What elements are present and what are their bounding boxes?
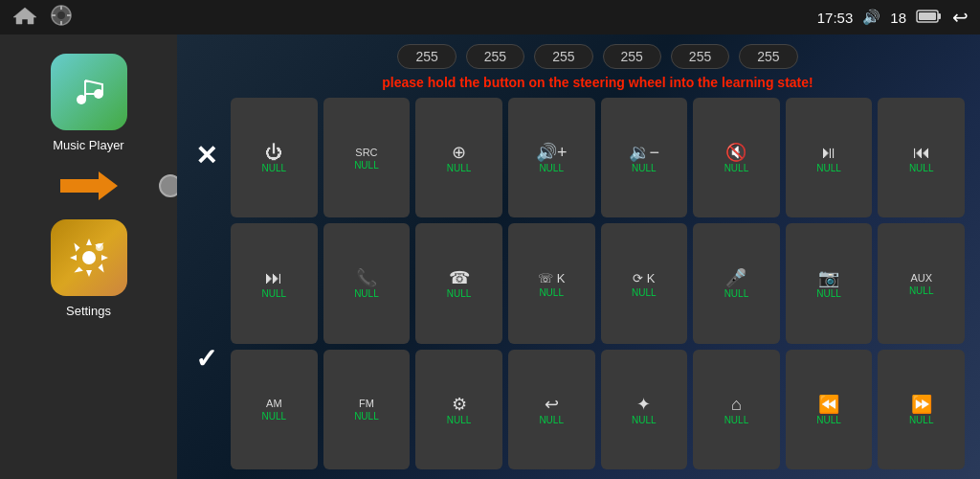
panel-area: ✕ ✓ 255 255 255 255 255 255 please hold … <box>177 34 980 479</box>
btn-src[interactable]: SRC NULL <box>323 98 411 217</box>
music-player-label: Music Player <box>53 138 123 152</box>
btn-back-arrow[interactable]: ↩ NULL <box>508 350 595 469</box>
fm-label: FM <box>359 399 374 409</box>
btn-prev[interactable]: ⏮ NULL <box>878 98 965 217</box>
btn-camera[interactable]: 📷 NULL <box>786 223 873 343</box>
button-grid: ⏻ NULL SRC NULL ⊕ NULL 🔊+ NULL 🔉− NULL 🔇 <box>192 98 965 469</box>
settings-img <box>51 219 127 296</box>
btn-aux-null: NULL <box>909 286 934 296</box>
btn-phone[interactable]: 📞 NULL <box>323 223 411 343</box>
rewind-icon: ⏪ <box>818 396 839 413</box>
btn-am-null: NULL <box>262 412 287 422</box>
phone-icon: 📞 <box>356 269 377 286</box>
btn-power-null: NULL <box>262 164 287 173</box>
svg-point-2 <box>57 11 65 19</box>
btn-power[interactable]: ⏻ NULL <box>231 98 318 217</box>
btn-call-end-null: NULL <box>447 289 472 299</box>
arrow-right-icon <box>60 171 118 200</box>
btn-phone-k[interactable]: ☏ K NULL <box>508 223 595 343</box>
call-end-icon: ☎ <box>449 269 470 286</box>
sidebar: Music Player <box>0 34 177 479</box>
src-label: SRC <box>355 148 377 158</box>
next-icon: ⏭ <box>265 269 282 286</box>
btn-mic[interactable]: 🎤 NULL <box>693 223 780 343</box>
svg-marker-0 <box>13 8 36 24</box>
battery-icon <box>916 9 943 27</box>
btn-settings-wheel[interactable]: ⚙ NULL <box>415 350 502 469</box>
btn-play-pause[interactable]: ⏯ NULL <box>786 98 873 217</box>
left-controls: ✕ ✓ <box>185 34 227 479</box>
time-display: 17:53 <box>817 10 854 26</box>
play-pause-icon: ⏯ <box>820 144 837 161</box>
main-content: Music Player <box>0 34 980 479</box>
svg-point-10 <box>77 95 86 104</box>
pill-1: 255 <box>397 44 456 69</box>
back-icon[interactable]: ↩ <box>952 6 969 29</box>
volume-icon: 🔊 <box>862 9 880 26</box>
phone-k-icon: ☏ K <box>538 271 565 285</box>
btn-skip-k[interactable]: ⟳ K NULL <box>601 223 688 343</box>
btn-bluetooth-null: NULL <box>632 416 657 425</box>
btn-mic-null: NULL <box>724 289 749 299</box>
btn-vol-mute-null: NULL <box>724 164 749 173</box>
btn-fast-forward-null: NULL <box>909 416 934 425</box>
svg-point-11 <box>94 89 103 99</box>
btn-fast-forward[interactable]: ⏩ NULL <box>878 350 965 469</box>
btn-vol-down[interactable]: 🔉− NULL <box>601 98 688 217</box>
status-bar-left <box>11 4 73 31</box>
btn-call-end[interactable]: ☎ NULL <box>415 223 502 343</box>
btn-phone-null: NULL <box>354 289 379 299</box>
btn-am[interactable]: AM NULL <box>231 350 318 469</box>
btn-skip-k-null: NULL <box>632 288 657 298</box>
settings-wheel-icon: ⚙ <box>452 396 467 413</box>
btn-src-null: NULL <box>354 161 379 171</box>
settings-icon[interactable]: Settings <box>51 219 127 318</box>
instruction-text: please hold the button on the steering w… <box>192 75 965 90</box>
btn-fm[interactable]: FM NULL <box>323 350 411 469</box>
btn-rewind[interactable]: ⏪ NULL <box>786 350 873 469</box>
btn-gps[interactable]: ⊕ NULL <box>415 98 502 217</box>
btn-settings-wheel-null: NULL <box>447 416 472 425</box>
svg-point-14 <box>96 243 103 251</box>
settings-label: Settings <box>66 304 111 318</box>
music-player-icon[interactable]: Music Player <box>51 54 127 152</box>
btn-prev-null: NULL <box>909 164 934 173</box>
aux-label: AUX <box>910 273 932 284</box>
power-icon: ⏻ <box>265 144 282 161</box>
btn-vol-mute[interactable]: 🔇 NULL <box>693 98 780 217</box>
pill-5: 255 <box>671 44 729 69</box>
bluetooth-icon: ✦ <box>636 396 651 413</box>
home-icon[interactable] <box>11 6 38 29</box>
btn-aux[interactable]: AUX NULL <box>878 223 965 343</box>
mic-icon: 🎤 <box>725 269 746 286</box>
btn-vol-up-null: NULL <box>539 164 564 173</box>
camera-icon: 📷 <box>818 269 839 286</box>
btn-vol-up[interactable]: 🔊+ NULL <box>508 98 595 217</box>
btn-fm-null: NULL <box>354 412 379 422</box>
btn-home[interactable]: ⌂ NULL <box>693 350 780 469</box>
vol-down-icon: 🔉− <box>629 144 660 161</box>
status-bar: 17:53 🔊 18 ↩ <box>0 0 980 34</box>
skip-k-icon: ⟳ K <box>633 271 655 285</box>
gps-icon: ⊕ <box>452 144 466 161</box>
btn-back-arrow-null: NULL <box>539 416 564 425</box>
cancel-button[interactable]: ✕ <box>185 134 227 176</box>
btn-bluetooth[interactable]: ✦ NULL <box>601 350 688 469</box>
btn-gps-null: NULL <box>447 164 472 173</box>
fast-forward-icon: ⏩ <box>911 396 932 413</box>
pill-4: 255 <box>603 44 661 69</box>
music-player-img <box>51 54 127 130</box>
value-pills-row: 255 255 255 255 255 255 <box>192 44 965 69</box>
arrow-container <box>10 171 167 200</box>
btn-play-pause-null: NULL <box>816 164 841 173</box>
confirm-button[interactable]: ✓ <box>185 337 227 379</box>
btn-camera-null: NULL <box>816 289 841 299</box>
vol-mute-icon: 🔇 <box>725 144 746 161</box>
btn-next[interactable]: ⏭ NULL <box>231 223 318 343</box>
pill-3: 255 <box>534 44 592 69</box>
nav-icon[interactable] <box>50 4 73 31</box>
svg-point-13 <box>82 251 96 264</box>
volume-level: 18 <box>890 10 906 26</box>
pill-2: 255 <box>466 44 524 69</box>
svg-rect-9 <box>919 12 936 20</box>
